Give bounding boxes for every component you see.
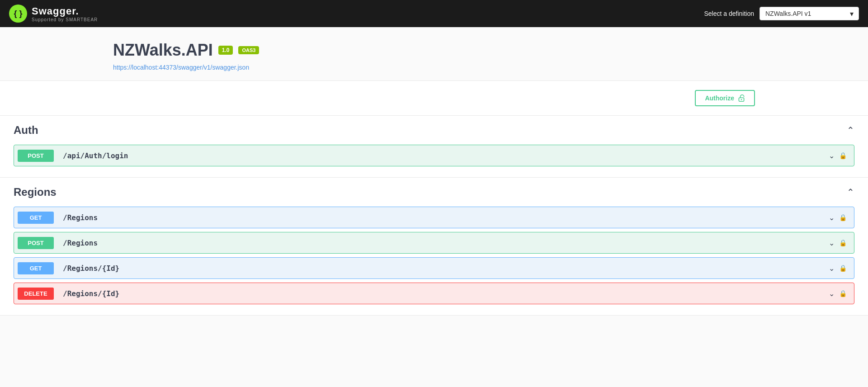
endpoint-chevron-auth-0: ⌄ [829, 151, 835, 160]
lock-open-icon [738, 94, 745, 102]
method-badge-regions-2: GET [18, 262, 54, 274]
logo-area: { } Swagger. Supported by SMARTBEAR [9, 5, 98, 23]
definition-select[interactable]: NZWalks.API v1 [760, 7, 859, 20]
method-badge-regions-0: GET [18, 212, 54, 224]
endpoint-right-regions-3: ⌄ 🔒 [829, 289, 854, 298]
header-right: Select a definition NZWalks.API v1 [704, 7, 859, 20]
endpoint-path-regions-0: /Regions [58, 213, 829, 222]
section-chevron-auth: ⌃ [847, 125, 854, 136]
section-regions: Regions ⌃ GET /Regions ⌄ 🔒 POST /Regions… [0, 178, 868, 316]
app-header: { } Swagger. Supported by SMARTBEAR Sele… [0, 0, 868, 27]
section-auth: Auth ⌃ POST /api/Auth/login ⌄ 🔒 [0, 116, 868, 178]
method-badge-auth-0: POST [18, 150, 54, 162]
endpoint-right-regions-2: ⌄ 🔒 [829, 264, 854, 273]
brand-subtitle: Supported by SMARTBEAR [32, 17, 98, 22]
brand-text: Swagger. Supported by SMARTBEAR [32, 5, 98, 22]
select-definition-label: Select a definition [704, 10, 754, 17]
endpoints-regions: GET /Regions ⌄ 🔒 POST /Regions ⌄ 🔒 GET /… [14, 207, 854, 315]
endpoint-path-auth-0: /api/Auth/login [58, 151, 829, 160]
swagger-url[interactable]: https://localhost:44373/swagger/v1/swagg… [113, 64, 249, 71]
authorize-label: Authorize [705, 94, 734, 102]
authorize-section: Authorize [0, 81, 868, 116]
endpoint-lock-regions-2: 🔒 [839, 264, 847, 272]
endpoint-row-regions-1[interactable]: POST /Regions ⌄ 🔒 [14, 232, 854, 254]
sections-container: Auth ⌃ POST /api/Auth/login ⌄ 🔒 Regions … [0, 116, 868, 316]
endpoint-chevron-regions-1: ⌄ [829, 239, 835, 247]
endpoint-chevron-regions-2: ⌄ [829, 264, 835, 273]
endpoint-path-regions-2: /Regions/{Id} [58, 264, 829, 273]
endpoint-row-regions-3[interactable]: DELETE /Regions/{Id} ⌄ 🔒 [14, 283, 854, 304]
endpoint-chevron-regions-3: ⌄ [829, 289, 835, 298]
version-badge: 1.0 [218, 46, 233, 55]
brand-name: Swagger. [32, 5, 98, 17]
method-badge-regions-1: POST [18, 237, 54, 249]
section-title-regions: Regions [14, 186, 57, 198]
endpoints-auth: POST /api/Auth/login ⌄ 🔒 [14, 145, 854, 177]
endpoint-row-auth-0[interactable]: POST /api/Auth/login ⌄ 🔒 [14, 145, 854, 166]
section-title-auth: Auth [14, 124, 38, 137]
endpoint-right-auth-0: ⌄ 🔒 [829, 151, 854, 160]
endpoint-chevron-regions-0: ⌄ [829, 213, 835, 222]
api-title-row: NZWalks.API 1.0 OAS3 [113, 41, 755, 60]
section-chevron-regions: ⌃ [847, 187, 854, 198]
api-title: NZWalks.API [113, 41, 213, 60]
endpoint-row-regions-0[interactable]: GET /Regions ⌄ 🔒 [14, 207, 854, 228]
method-badge-regions-3: DELETE [18, 288, 54, 300]
authorize-button[interactable]: Authorize [695, 90, 755, 106]
section-header-auth[interactable]: Auth ⌃ [14, 116, 854, 145]
endpoint-path-regions-1: /Regions [58, 239, 829, 247]
endpoint-row-regions-2[interactable]: GET /Regions/{Id} ⌄ 🔒 [14, 257, 854, 279]
endpoint-right-regions-1: ⌄ 🔒 [829, 239, 854, 247]
endpoint-lock-auth-0: 🔒 [839, 152, 847, 159]
endpoint-right-regions-0: ⌄ 🔒 [829, 213, 854, 222]
oas-badge: OAS3 [238, 46, 259, 54]
api-info-section: NZWalks.API 1.0 OAS3 https://localhost:4… [0, 27, 868, 81]
endpoint-lock-regions-1: 🔒 [839, 239, 847, 246]
section-header-regions[interactable]: Regions ⌃ [14, 178, 854, 207]
endpoint-path-regions-3: /Regions/{Id} [58, 289, 829, 298]
svg-point-1 [741, 99, 742, 100]
swagger-logo-icon: { } [9, 5, 27, 23]
definition-select-wrapper[interactable]: NZWalks.API v1 [760, 7, 859, 20]
endpoint-lock-regions-0: 🔒 [839, 214, 847, 221]
endpoint-lock-regions-3: 🔒 [839, 290, 847, 297]
